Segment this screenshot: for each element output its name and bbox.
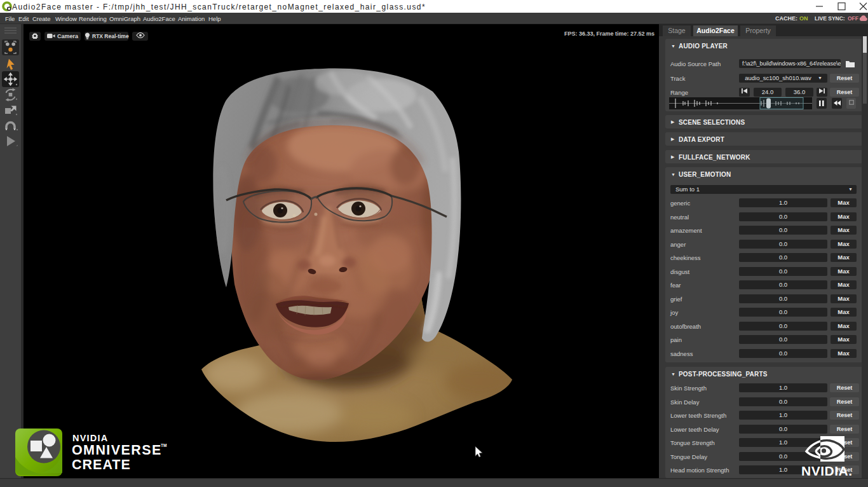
svg-text:CREATE: CREATE	[72, 457, 131, 472]
svg-text:OMNIVERSE: OMNIVERSE	[72, 442, 162, 458]
svg-text:TM: TM	[161, 443, 166, 448]
svg-text:NVIDIA.: NVIDIA.	[801, 463, 853, 478]
svg-text:NVIDIA: NVIDIA	[72, 433, 108, 443]
